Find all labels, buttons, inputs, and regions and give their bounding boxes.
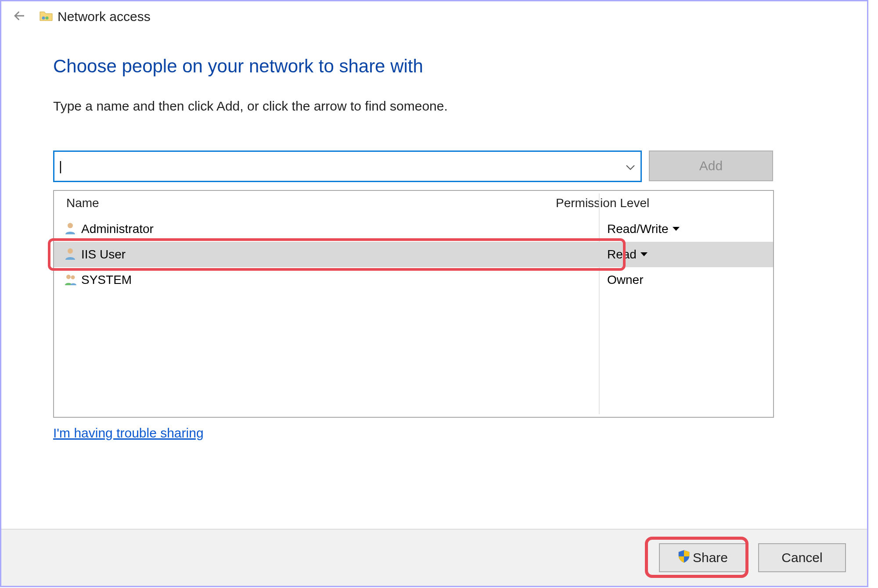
list-row-administrator[interactable]: Administrator Read/Write — [54, 216, 773, 242]
shield-icon — [678, 550, 693, 566]
network-access-dialog: Network access Choose people on your net… — [0, 0, 868, 587]
dialog-content: Choose people on your network to share w… — [1, 24, 867, 441]
permission-label-static: Owner — [607, 273, 643, 287]
svg-point-4 — [66, 275, 71, 279]
window-title: Network access — [58, 9, 151, 24]
svg-point-5 — [71, 275, 75, 279]
permission-dropdown[interactable]: Read/Write — [607, 222, 680, 236]
page-heading: Choose people on your network to share w… — [53, 56, 815, 77]
svg-point-3 — [68, 248, 73, 254]
list-rows: Administrator Read/Write IIS User Read — [54, 216, 773, 293]
instruction-text: Type a name and then click Add, or click… — [53, 99, 815, 114]
list-header: Name Permission Level — [54, 191, 773, 216]
permission-label: Read — [607, 247, 637, 262]
permission-label: Read/Write — [607, 222, 669, 236]
user-icon — [64, 247, 81, 263]
cancel-button[interactable]: Cancel — [758, 543, 846, 572]
column-header-permission[interactable]: Permission Level — [551, 196, 773, 210]
share-button[interactable]: Share — [659, 543, 747, 572]
svg-point-1 — [46, 17, 49, 20]
folder-people-icon — [39, 10, 53, 24]
permission-dropdown[interactable]: Read — [607, 247, 648, 262]
permission-label: Owner — [607, 273, 643, 287]
dialog-footer: Share Cancel — [1, 529, 867, 586]
add-button-label: Add — [699, 158, 723, 173]
svg-point-0 — [42, 17, 45, 20]
svg-point-2 — [68, 223, 73, 228]
add-user-row: | Add — [53, 151, 815, 182]
back-icon[interactable] — [12, 10, 24, 24]
row-name: IIS User — [81, 247, 607, 262]
chevron-down-icon[interactable] — [626, 159, 635, 174]
user-list: Name Permission Level Administrator Read… — [53, 190, 774, 418]
list-row-system[interactable]: SYSTEM Owner — [54, 267, 773, 293]
dialog-header: Network access — [1, 1, 867, 24]
cancel-button-label: Cancel — [781, 550, 822, 565]
user-icon — [64, 221, 81, 237]
name-input-value: | — [59, 159, 626, 174]
chevron-down-icon — [640, 252, 648, 257]
add-button: Add — [649, 151, 773, 181]
row-name: SYSTEM — [81, 273, 607, 287]
trouble-sharing-link[interactable]: I'm having trouble sharing — [53, 426, 204, 441]
users-icon — [64, 272, 81, 288]
name-combobox[interactable]: | — [53, 151, 642, 182]
chevron-down-icon — [672, 226, 680, 232]
column-header-name[interactable]: Name — [54, 196, 551, 210]
row-name: Administrator — [81, 222, 607, 236]
share-button-label: Share — [693, 550, 728, 565]
list-row-iis-user[interactable]: IIS User Read — [54, 242, 773, 267]
